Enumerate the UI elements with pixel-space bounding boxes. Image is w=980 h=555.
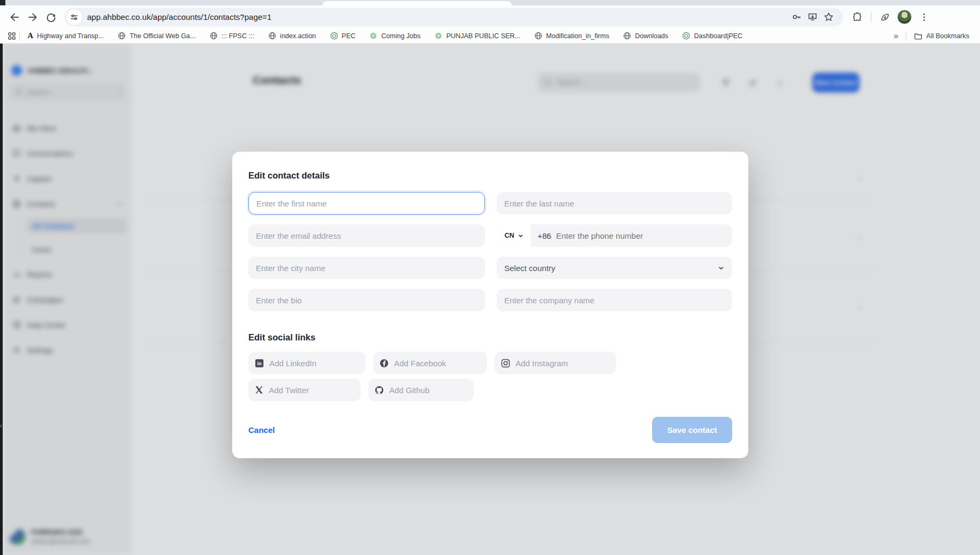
install-icon[interactable] [804,9,820,25]
last-name-input[interactable] [497,192,732,215]
active-tab[interactable] [323,1,512,5]
phone-field: CN +86 [497,224,732,247]
extensions-icon[interactable] [848,8,867,26]
company-input[interactable] [497,289,732,311]
bookmark-item[interactable]: index.action [268,32,316,40]
dial-code: +86 [538,231,551,240]
facebook-field [373,352,487,374]
bookmark-item[interactable]: Downloads [623,32,668,40]
email-input[interactable] [248,224,485,247]
linkedin-field: in [248,352,366,374]
bookmark-item[interactable]: PUNJAB PUBLIC SER... [434,32,520,40]
twitter-x-icon [255,386,263,394]
letter-a-icon: A [27,31,33,40]
globe-icon [118,32,126,40]
github-input[interactable] [389,386,467,395]
bookmarks-overflow-chevron[interactable]: » [893,31,898,41]
phone-number-input[interactable] [551,231,732,240]
twitter-input[interactable] [269,386,354,395]
github-field [368,379,474,401]
instagram-input[interactable] [516,359,610,368]
bookmark-item[interactable]: A Highway and Transp... [27,31,104,40]
country-select[interactable]: Select country [497,257,732,279]
linkedin-icon: in [255,359,264,368]
all-bookmarks-button[interactable]: All Bookmarks [914,32,969,40]
globe-icon [534,32,542,40]
city-input[interactable] [248,257,485,279]
save-contact-button[interactable]: Save contact [652,417,732,443]
green-seal-icon [369,32,377,40]
bookmarks-divider [19,31,20,40]
site-settings-icon[interactable] [67,10,82,25]
social-links-title: Edit social links [248,332,732,343]
facebook-icon [380,359,389,368]
tab-strip [0,0,980,5]
green-seal-icon [434,32,442,40]
instagram-icon [501,359,510,368]
profile-avatar[interactable] [897,10,912,24]
toolbar-divider [871,12,871,23]
chevron-down-icon [718,265,725,272]
password-key-icon[interactable] [788,9,804,25]
window-corner [0,0,5,5]
github-icon [375,386,384,395]
bookmarks-bar: A Highway and Transp... The Official Web… [0,29,980,44]
app-viewport: AHBBEC EDUCAT... Search... / My Inbox Co… [0,44,980,555]
bio-input[interactable] [248,289,485,311]
apps-grid-icon[interactable] [8,32,16,40]
bookmark-item[interactable]: ::: FPSC ::: [210,32,254,40]
country-code-select[interactable]: CN [497,224,531,247]
first-name-input[interactable] [248,192,485,215]
bookmarks-divider [906,31,906,40]
bookmark-item[interactable]: Modification_in_firms [534,32,609,40]
linkedin-input[interactable] [269,359,359,368]
svg-text:in: in [257,361,262,366]
back-button[interactable] [5,8,24,26]
twitter-field [248,379,361,401]
pec-crest-icon [682,32,690,40]
globe-icon [268,32,276,40]
browser-menu-kebab-icon[interactable] [915,8,933,26]
instagram-field [495,352,616,374]
bookmark-item[interactable]: Coming Jobs [369,32,420,40]
cancel-button[interactable]: Cancel [248,425,275,435]
reload-button[interactable] [42,8,60,26]
globe-icon [210,32,218,40]
bookmark-item[interactable]: The Official Web Ga... [118,32,196,40]
bookmark-item[interactable]: PEC [330,32,356,40]
dialog-title: Edit contact details [248,170,732,181]
pec-crest-icon [330,32,338,40]
chevron-down-icon [518,233,524,239]
folder-icon [914,32,922,40]
url-text[interactable]: app.ahbbec.co.uk/app/accounts/1/contacts… [87,12,271,22]
browser-toolbar: app.ahbbec.co.uk/app/accounts/1/contacts… [0,5,980,29]
energy-saver-leaf-icon[interactable] [876,8,894,26]
bookmark-item[interactable]: Dashboard|PEC [682,32,742,40]
forward-button[interactable] [24,8,42,26]
address-bar[interactable]: app.ahbbec.co.uk/app/accounts/1/contacts… [65,8,843,26]
edit-contact-dialog: Edit contact details CN +86 Select count… [232,152,748,458]
globe-icon [623,32,631,40]
facebook-input[interactable] [394,359,481,368]
bookmark-star-icon[interactable] [820,9,836,25]
